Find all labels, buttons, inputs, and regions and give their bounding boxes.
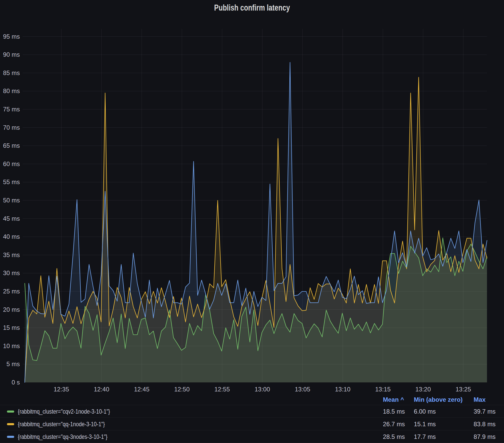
svg-text:13:10: 13:10	[335, 386, 350, 393]
svg-text:20 ms: 20 ms	[3, 306, 20, 313]
svg-text:85 ms: 85 ms	[3, 69, 20, 76]
svg-text:35 ms: 35 ms	[3, 251, 20, 258]
svg-text:13:00: 13:00	[255, 386, 270, 393]
svg-text:0 s: 0 s	[12, 379, 20, 386]
svg-text:90 ms: 90 ms	[3, 51, 20, 58]
svg-text:13:15: 13:15	[375, 386, 391, 393]
svg-text:13:20: 13:20	[415, 386, 431, 393]
svg-text:60 ms: 60 ms	[3, 160, 20, 167]
svg-text:13:05: 13:05	[295, 386, 310, 393]
svg-text:13:25: 13:25	[456, 386, 471, 393]
svg-text:25 ms: 25 ms	[3, 288, 20, 295]
svg-text:12:35: 12:35	[54, 386, 69, 393]
svg-text:5 ms: 5 ms	[6, 360, 20, 367]
svg-text:12:45: 12:45	[134, 386, 149, 393]
svg-text:55 ms: 55 ms	[3, 178, 20, 185]
svg-text:10 ms: 10 ms	[3, 342, 20, 349]
svg-text:80 ms: 80 ms	[3, 87, 20, 94]
svg-text:95 ms: 95 ms	[3, 33, 20, 40]
svg-text:30 ms: 30 ms	[3, 269, 20, 276]
svg-text:12:55: 12:55	[214, 386, 230, 393]
svg-text:12:40: 12:40	[94, 386, 109, 393]
svg-text:45 ms: 45 ms	[3, 215, 20, 222]
svg-text:75 ms: 75 ms	[3, 106, 20, 113]
svg-text:40 ms: 40 ms	[3, 233, 20, 240]
svg-text:65 ms: 65 ms	[3, 142, 20, 149]
svg-text:70 ms: 70 ms	[3, 124, 20, 131]
svg-text:15 ms: 15 ms	[3, 324, 20, 331]
svg-text:12:50: 12:50	[174, 386, 190, 393]
svg-text:50 ms: 50 ms	[3, 197, 20, 204]
